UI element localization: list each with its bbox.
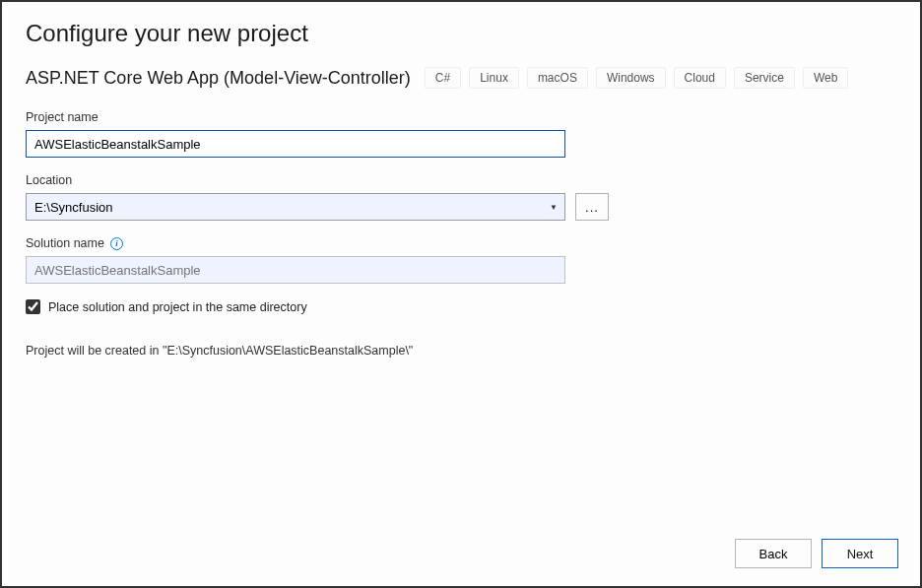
tag-linux: Linux: [469, 67, 519, 89]
template-name: ASP.NET Core Web App (Model-View-Control…: [26, 68, 411, 89]
browse-button[interactable]: ...: [575, 193, 609, 221]
tag-web: Web: [803, 67, 848, 89]
tag-macos: macOS: [527, 67, 588, 89]
solution-name-input: [26, 256, 565, 284]
tag-cloud: Cloud: [674, 67, 726, 89]
same-directory-label[interactable]: Place solution and project in the same d…: [48, 300, 307, 314]
project-name-label: Project name: [26, 110, 896, 124]
back-button[interactable]: Back: [735, 539, 812, 568]
tag-csharp: C#: [425, 67, 461, 89]
info-icon[interactable]: i: [110, 237, 123, 250]
project-path-status: Project will be created in "E:\Syncfusio…: [26, 344, 896, 358]
solution-name-label: Solution name i: [26, 236, 896, 250]
tag-service: Service: [734, 67, 795, 89]
template-header: ASP.NET Core Web App (Model-View-Control…: [26, 67, 896, 89]
next-button[interactable]: Next: [822, 539, 898, 568]
template-tags: C# Linux macOS Windows Cloud Service Web: [425, 67, 849, 89]
page-title: Configure your new project: [26, 20, 896, 47]
location-input[interactable]: [26, 193, 565, 221]
same-directory-checkbox[interactable]: [26, 299, 40, 314]
solution-name-label-text: Solution name: [26, 236, 104, 250]
footer: Back Next: [735, 539, 898, 568]
tag-windows: Windows: [596, 67, 666, 89]
project-name-input[interactable]: [26, 130, 565, 158]
location-label: Location: [26, 173, 896, 187]
